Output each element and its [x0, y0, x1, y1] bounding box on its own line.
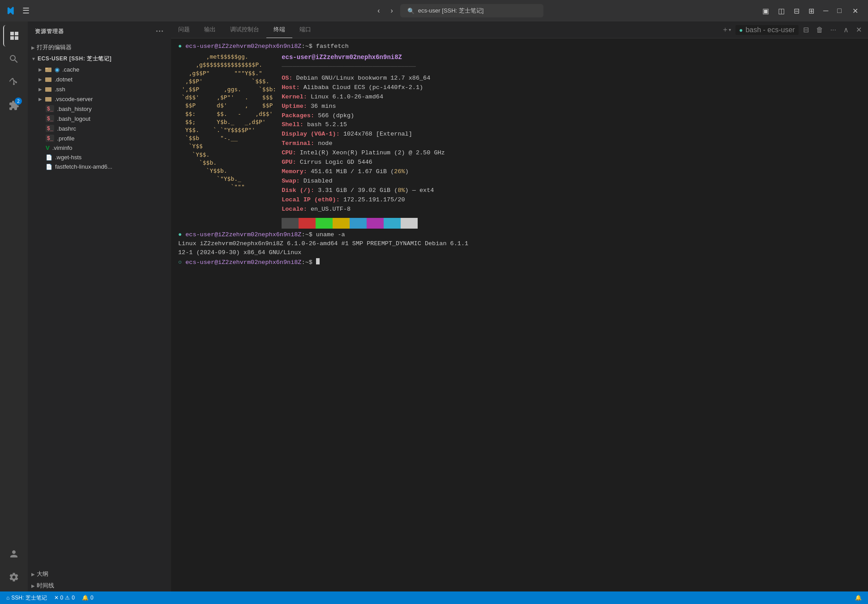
nav-forward-button[interactable]: ›	[387, 5, 396, 17]
sysinfo-swap: Swap: Disabled	[282, 177, 445, 186]
split-terminal-button[interactable]: ⊟	[800, 24, 812, 36]
root-folder-header[interactable]: ▼ ECS-USER [SSH: 芝士笔记]	[28, 53, 171, 64]
tab-problems[interactable]: 问题	[171, 21, 197, 38]
timeline-header[interactable]: ▶ 时间线	[28, 580, 171, 591]
activity-settings[interactable]	[3, 566, 25, 588]
sidebar-header: 资源管理器 ···	[28, 21, 171, 42]
terminal-line-prompt3: ○ ecs-user@iZ2zehvrm02nephx6n9ni8Z :~$	[178, 258, 861, 267]
hamburger-menu-icon[interactable]: ☰	[21, 4, 31, 17]
extension-badge: 2	[15, 98, 22, 105]
tab-output[interactable]: 输出	[197, 21, 223, 38]
file-tree-item-bash-history[interactable]: $_ .bash_history	[28, 104, 171, 114]
activity-search[interactable]	[3, 48, 25, 70]
terminal-label: bash - ecs-user	[745, 26, 795, 34]
sidebar: 资源管理器 ··· ▶ 打开的编辑器 ▼ ECS-USER [SSH: 芝士笔记…	[28, 21, 171, 591]
file-name-vscode-server: .vscode-server	[55, 96, 93, 102]
prompt-separator-2: :~$	[301, 230, 316, 239]
text-file-icon2: 📄	[46, 164, 52, 170]
status-info[interactable]: 🔔 0	[79, 591, 96, 604]
folder-chevron-icon: ▶	[38, 77, 42, 82]
tab-terminal[interactable]: 终端	[266, 21, 292, 38]
file-tree: ▶ ◉ .cache ▶ .dotnet ▶	[28, 64, 171, 171]
layout1-icon[interactable]: ▣	[760, 5, 772, 17]
error-icon: ✕	[54, 595, 59, 601]
sysinfo-packages: Packages: 566 (dpkg)	[282, 111, 445, 121]
dropdown-arrow-icon: ▾	[729, 27, 731, 32]
separator-line: ─────────────────────────────────────	[282, 63, 445, 72]
open-editors-header[interactable]: ▶ 打开的编辑器	[28, 42, 171, 53]
color-swatch-3	[316, 218, 333, 229]
outline-header[interactable]: ▶ 大纲	[28, 568, 171, 580]
uname-output-2: 12-1 (2024-09-30) x86_64 GNU/Linux	[178, 248, 301, 257]
activity-explorer[interactable]	[3, 25, 25, 47]
file-tree-item-viminfo[interactable]: V .viminfo	[28, 143, 171, 153]
delete-terminal-button[interactable]: 🗑	[813, 24, 826, 36]
status-bell[interactable]: 🔔	[852, 591, 864, 604]
color-swatch-1	[282, 218, 299, 229]
layout2-icon[interactable]: ◫	[775, 5, 787, 17]
search-text: ecs-user [SSH: 芝士笔记]	[418, 7, 484, 15]
terminal-content[interactable]: ● ecs-user@iZ2zehvrm02nephx6n9ni8Z :~$ f…	[171, 38, 868, 591]
info-icon: 🔔	[82, 595, 89, 601]
hostname-display: ecs-user@iZ2zehvrm02nephx6n9ni8Z	[282, 53, 445, 63]
settings-icon	[9, 572, 19, 583]
activity-account[interactable]	[3, 543, 25, 565]
title-bar-left: ☰	[5, 4, 158, 17]
dotnet-folder-icon	[45, 76, 52, 83]
layout3-icon[interactable]: ⊟	[791, 5, 802, 17]
nav-back-button[interactable]: ‹	[374, 5, 383, 17]
cache-folder-icon	[45, 66, 52, 73]
close-window-button[interactable]: ✕	[848, 5, 863, 17]
terminal-cursor	[316, 258, 320, 264]
file-tree-item-fastfetch[interactable]: 📄 fastfetch-linux-amd6...	[28, 162, 171, 171]
terminal-name-tab[interactable]: ● bash - ecs-user	[735, 25, 799, 35]
activity-git[interactable]	[3, 72, 25, 93]
terminal-line-uname-out2: 12-1 (2024-09-30) x86_64 GNU/Linux	[178, 248, 861, 257]
sysinfo-terminal: Terminal: node	[282, 139, 445, 149]
outline-label: 大纲	[37, 570, 48, 578]
activity-extensions[interactable]: 2	[3, 95, 25, 116]
command-palette-search[interactable]: 🔍 ecs-user [SSH: 芝士笔记]	[400, 4, 543, 17]
prompt-user-2: ecs-user@iZ2zehvrm02nephx6n9ni8Z	[185, 230, 301, 239]
file-tree-item-cache[interactable]: ▶ ◉ .cache	[28, 64, 171, 74]
file-tree-item-bashrc[interactable]: $_ .bashrc	[28, 123, 171, 133]
info-count: 0	[90, 595, 94, 601]
file-tree-item-bash-logout[interactable]: $_ .bash_logout	[28, 114, 171, 123]
cache-icon: ◉	[55, 66, 60, 73]
file-tree-item-ssh[interactable]: ▶ .ssh	[28, 84, 171, 94]
file-name-bashrc: .bashrc	[57, 125, 76, 132]
maximize-button[interactable]: □	[834, 5, 844, 17]
root-folder-label: ECS-USER [SSH: 芝士笔记]	[38, 55, 111, 63]
svg-rect-1	[45, 68, 51, 72]
sysinfo-uptime: Uptime: 36 mins	[282, 102, 445, 111]
debian-ascii-art: ,met$$$$$gg. ,g$$$$$$$$$$$$$$$P. ,g$$P" …	[178, 53, 276, 228]
status-ssh[interactable]: ⌂ SSH: 芝士笔记	[4, 591, 50, 604]
tab-ports[interactable]: 端口	[292, 21, 318, 38]
sidebar-more-button[interactable]: ···	[156, 27, 164, 36]
search-icon: 🔍	[407, 8, 415, 14]
tab-debug-console[interactable]: 调试控制台	[223, 21, 266, 38]
grid-icon[interactable]: ⊞	[806, 5, 817, 17]
file-tree-item-profile[interactable]: $_ .profile	[28, 133, 171, 143]
file-name-bash-history: .bash_history	[57, 106, 91, 112]
file-tree-item-vscode-server[interactable]: ▶ .vscode-server	[28, 94, 171, 104]
terminal-line-prompt1: ● ecs-user@iZ2zehvrm02nephx6n9ni8Z :~$ f…	[178, 42, 861, 51]
svg-rect-4	[45, 97, 51, 102]
file-tree-item-wget-hsts[interactable]: 📄 .wget-hsts	[28, 153, 171, 162]
activity-bar-bottom	[3, 543, 25, 591]
bash-file-icon: $_	[46, 105, 54, 112]
new-terminal-button[interactable]: ＋ ▾	[719, 23, 734, 36]
file-tree-item-dotnet[interactable]: ▶ .dotnet	[28, 74, 171, 84]
title-bar-right: ▣ ◫ ⊟ ⊞ ─ □ ✕	[760, 5, 863, 17]
close-panel-button[interactable]: ✕	[853, 24, 864, 36]
title-bar-center: ‹ › 🔍 ecs-user [SSH: 芝士笔记]	[161, 4, 756, 17]
terminal-line-uname-out1: Linux iZ2zehvrm02nephx6n9ni8Z 6.1.0-26-a…	[178, 239, 861, 248]
prompt-dot-2: ●	[178, 230, 185, 239]
status-errors[interactable]: ✕ 0 ⚠ 0	[51, 591, 77, 604]
more-actions-button[interactable]: ···	[828, 24, 839, 36]
bash-file-icon2: $_	[46, 115, 54, 122]
terminal-line-prompt2: ● ecs-user@iZ2zehvrm02nephx6n9ni8Z :~$ u…	[178, 230, 861, 239]
maximize-panel-button[interactable]: ∧	[841, 24, 851, 36]
file-name-wget-hsts: .wget-hsts	[55, 154, 81, 161]
minimize-button[interactable]: ─	[821, 5, 831, 17]
